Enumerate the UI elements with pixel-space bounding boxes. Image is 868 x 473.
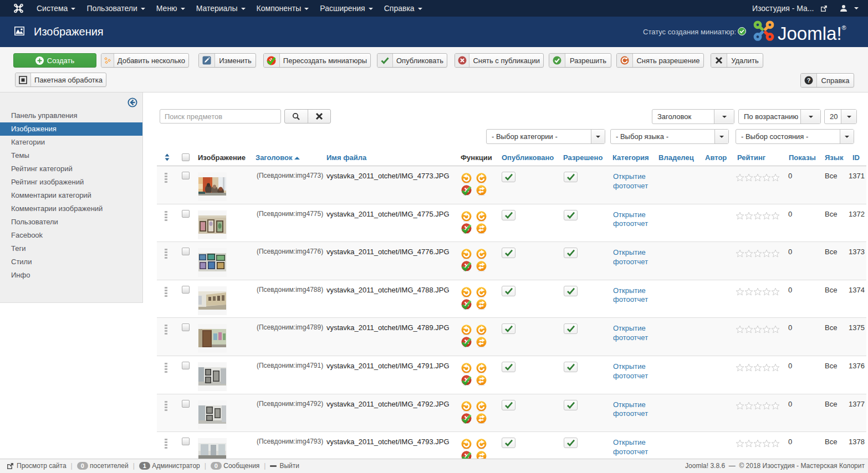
svg-text:?: ? (807, 77, 811, 84)
